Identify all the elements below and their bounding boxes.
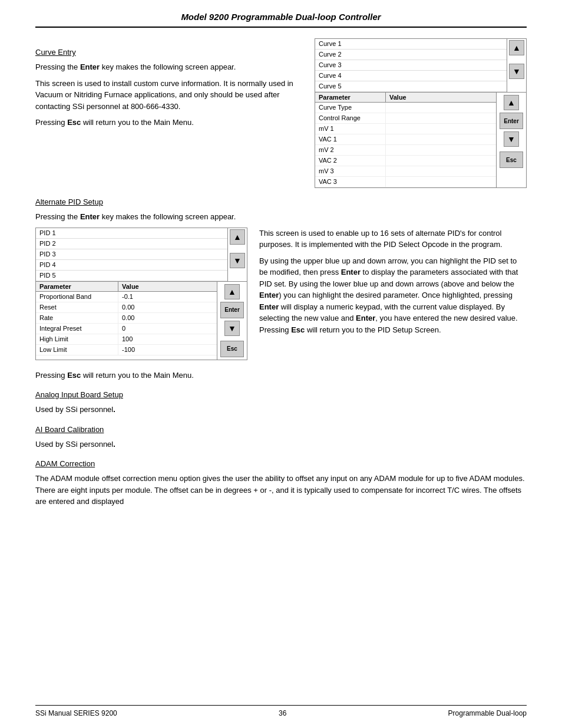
curve-entry-ui-box: Curve 1 Curve 2 Curve 3 Curve 4 Curve 5 … [315, 38, 527, 188]
curve-param-table: Parameter Value Curve Type Control Range [315, 93, 497, 187]
param-value: -0.1 [118, 292, 217, 302]
param-label: mV 2 [315, 145, 386, 155]
list-item[interactable]: PID 3 [36, 249, 227, 260]
param-label: mV 3 [315, 166, 386, 176]
ai-board-para: Used by SSi personnel. [35, 439, 527, 450]
pid-esc-note: Pressing Esc will return you to the Main… [35, 370, 527, 381]
param-label: Curve Type [315, 103, 386, 113]
pid-action-btns: ▲ Enter ▼ Esc [217, 282, 247, 360]
value-col-header: Value [386, 93, 496, 102]
table-row: Curve Type [315, 103, 496, 113]
pid-value-col-header: Value [118, 282, 217, 291]
param-value [386, 156, 496, 166]
param-label: Control Range [315, 113, 386, 123]
pid-param-down-button[interactable]: ▼ [224, 321, 240, 336]
table-row: VAC 2 [315, 156, 496, 166]
param-down-button[interactable]: ▼ [504, 131, 519, 147]
list-item[interactable]: PID 5 [36, 271, 227, 281]
list-item[interactable]: PID 4 [36, 260, 227, 271]
pid-list-area: PID 1 PID 2 PID 3 PID 4 PID 5 ▲ ▼ [36, 228, 247, 281]
pid-scroll-btns: ▲ ▼ [228, 228, 247, 281]
param-label: mV 1 [315, 124, 386, 134]
curve-entry-para1: Pressing the Enter key makes the followi… [35, 61, 303, 73]
table-row: Rate 0.00 [36, 313, 217, 324]
table-row: VAC 3 [315, 177, 496, 187]
ai-board-title: AI Board Calibration [35, 425, 527, 434]
curve-scroll-btns: ▲ ▼ [507, 39, 526, 92]
param-label: Rate [36, 313, 118, 323]
curve-entry-title: Curve Entry [35, 48, 303, 57]
pid-right-para2: By using the upper blue up and down arro… [259, 255, 527, 336]
list-item[interactable]: Curve 3 [315, 60, 507, 71]
table-row: Integral Preset 0 [36, 324, 217, 334]
param-value [386, 103, 496, 113]
list-item[interactable]: PID 2 [36, 239, 227, 249]
pid-param-area: Parameter Value Proportional Band -0.1 R… [36, 281, 247, 360]
pid-right-text: This screen is used to enable up to 16 s… [259, 228, 527, 360]
curve-entry-para3: Pressing Esc will return you to the Main… [35, 117, 303, 129]
footer-right: Programmable Dual-loop [448, 709, 527, 717]
param-value: 100 [118, 334, 217, 344]
list-item[interactable]: Curve 2 [315, 50, 507, 60]
page: Model 9200 Programmable Dual-loop Contro… [0, 0, 562, 728]
enter-button[interactable]: Enter [500, 113, 523, 129]
adam-correction-section: ADAM Correction The ADAM module offset c… [35, 459, 527, 508]
adam-correction-title: ADAM Correction [35, 459, 527, 468]
scroll-up-button[interactable]: ▲ [509, 40, 524, 55]
param-value [386, 113, 496, 123]
curve-param-area: Parameter Value Curve Type Control Range [315, 92, 526, 187]
alternate-pid-para1: Pressing the Enter key makes the followi… [35, 211, 527, 223]
param-label: VAC 1 [315, 134, 386, 144]
table-row: Proportional Band -0.1 [36, 292, 217, 302]
curve-entry-left: Curve Entry Pressing the Enter key makes… [35, 38, 303, 188]
esc-button[interactable]: Esc [500, 151, 523, 168]
header-title: Model 9200 Programmable Dual-loop Contro… [181, 12, 381, 22]
table-row: mV 2 [315, 145, 496, 156]
scroll-down-button[interactable]: ▼ [509, 64, 524, 79]
pid-esc-button[interactable]: Esc [220, 341, 244, 357]
page-header: Model 9200 Programmable Dual-loop Contro… [35, 12, 527, 28]
pid-scroll-up-button[interactable]: ▲ [230, 229, 245, 245]
list-item[interactable]: Curve 1 [315, 39, 507, 50]
pid-enter-button[interactable]: Enter [220, 302, 244, 318]
adam-correction-para: The ADAM module offset correction menu o… [35, 473, 527, 508]
param-label: Reset [36, 302, 118, 312]
analog-input-para: Used by SSi personnel. [35, 404, 527, 416]
alternate-pid-title: Alternate PID Setup [35, 197, 527, 206]
param-value: 0.00 [118, 302, 217, 312]
footer-center: 36 [279, 709, 286, 717]
curve-entry-right: Curve 1 Curve 2 Curve 3 Curve 4 Curve 5 … [315, 38, 527, 188]
param-label: Integral Preset [36, 324, 118, 334]
table-row: VAC 1 [315, 134, 496, 145]
curve-action-btns: ▲ Enter ▼ Esc [497, 93, 526, 187]
pid-param-col-header: Parameter [36, 282, 118, 291]
param-col-header: Parameter [315, 93, 386, 102]
table-row: Control Range [315, 113, 496, 124]
param-header: Parameter Value [315, 93, 496, 103]
pid-param-up-button[interactable]: ▲ [224, 284, 240, 299]
param-value: 0.00 [118, 313, 217, 323]
pid-scroll-down-button[interactable]: ▼ [230, 253, 245, 268]
analog-input-section: Analog Input Board Setup Used by SSi per… [35, 390, 527, 416]
param-label: Low Limit [36, 345, 118, 355]
param-label: VAC 3 [315, 177, 386, 187]
table-row: mV 3 [315, 166, 496, 177]
param-up-button[interactable]: ▲ [504, 95, 519, 110]
footer-left: SSi Manual SERIES 9200 [35, 709, 117, 717]
list-item[interactable]: PID 1 [36, 228, 227, 239]
pid-param-table: Parameter Value Proportional Band -0.1 R… [36, 282, 217, 360]
list-item[interactable]: Curve 5 [315, 81, 507, 92]
ai-board-section: AI Board Calibration Used by SSi personn… [35, 425, 527, 450]
param-value [386, 166, 496, 176]
pid-section: PID 1 PID 2 PID 3 PID 4 PID 5 ▲ ▼ [35, 228, 527, 360]
param-value: -100 [118, 345, 217, 355]
table-row: mV 1 [315, 124, 496, 134]
pid-right-para1: This screen is used to enable up to 16 s… [259, 228, 527, 251]
param-value [386, 134, 496, 144]
analog-input-title: Analog Input Board Setup [35, 390, 527, 399]
table-row: Low Limit -100 [36, 345, 217, 355]
list-item[interactable]: Curve 4 [315, 71, 507, 81]
pid-param-header: Parameter Value [36, 282, 217, 292]
curve-list-area: Curve 1 Curve 2 Curve 3 Curve 4 Curve 5 … [315, 39, 526, 92]
pid-list: PID 1 PID 2 PID 3 PID 4 PID 5 [36, 228, 228, 281]
